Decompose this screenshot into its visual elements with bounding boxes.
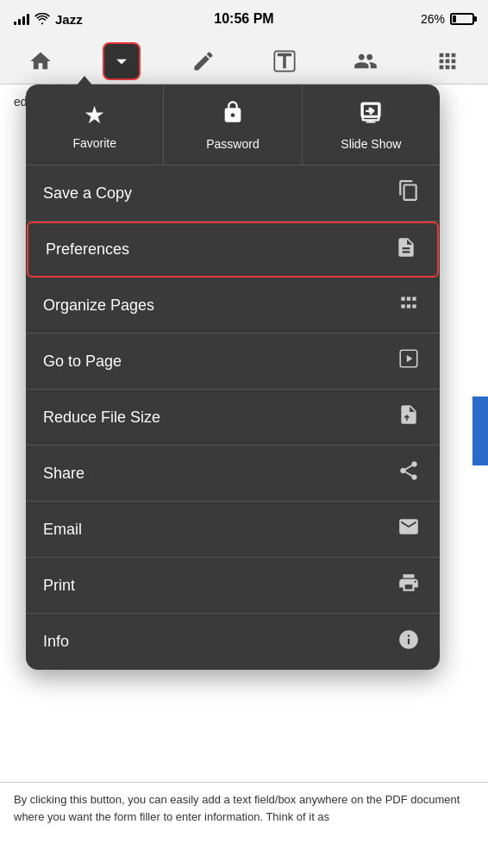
lock-icon [221,100,245,130]
preferences-label: Preferences [46,240,129,259]
slideshow-button[interactable]: Slide Show [303,84,440,165]
wifi-icon [34,13,50,25]
favorite-button[interactable]: ★ Favorite [26,84,164,165]
bottom-text: By clicking this button, you can easily … [0,783,488,834]
battery-percent: 26% [421,12,445,26]
battery-info: 26% [421,12,474,26]
organize-pages-label: Organize Pages [43,297,154,315]
preferences-item[interactable]: Preferences [27,222,439,278]
go-to-page-item[interactable]: Go to Page [26,334,440,390]
info-icon [395,628,422,656]
status-bar: Jazz 10:56 PM 26% [0,0,488,38]
preferences-icon [392,236,420,264]
pen-button[interactable] [185,42,222,80]
user-button[interactable] [347,42,385,80]
toolbar [0,38,488,84]
carrier-signal: Jazz [14,12,83,27]
battery-fill [453,16,456,22]
signal-icon [14,13,29,25]
dropdown-caret [76,76,93,86]
email-label: Email [43,521,82,539]
info-label: Info [43,633,69,651]
battery-icon [450,13,474,25]
home-button[interactable] [22,42,59,80]
print-icon [395,571,422,599]
pen-icon [191,49,216,73]
text-icon [272,49,297,73]
compress-icon [395,403,422,431]
slideshow-label: Slide Show [341,137,401,151]
grid-icon [435,49,460,73]
text-button[interactable] [266,42,303,80]
dropdown-menu: ★ Favorite Password [26,84,440,670]
status-time: 10:56 PM [214,11,273,27]
password-button[interactable]: Password [164,84,302,165]
reduce-file-size-label: Reduce File Size [43,409,160,427]
organize-icon [395,291,422,319]
user-icon [353,49,378,73]
carrier-name: Jazz [55,12,83,27]
chevron-down-icon [109,49,134,73]
favorite-label: Favorite [72,136,116,150]
organize-pages-item[interactable]: Organize Pages [26,278,440,334]
bottom-content: By clicking this button, you can easily … [0,782,488,868]
print-label: Print [43,577,75,595]
go-to-page-label: Go to Page [43,353,122,371]
grid-button[interactable] [429,42,466,80]
print-item[interactable]: Print [26,558,440,614]
home-icon [28,49,53,73]
share-icon [395,459,422,487]
email-icon [395,515,422,543]
star-icon: ★ [84,101,105,129]
save-copy-item[interactable]: Save a Copy [26,165,440,222]
scroll-accent [472,397,488,465]
email-item[interactable]: Email [26,502,440,558]
copy-icon [395,179,422,207]
share-item[interactable]: Share [26,446,440,502]
reduce-file-size-item[interactable]: Reduce File Size [26,390,440,446]
save-copy-label: Save a Copy [43,184,132,203]
top-icons-row: ★ Favorite Password [26,84,440,165]
share-label: Share [43,465,84,483]
password-label: Password [206,137,259,151]
info-item[interactable]: Info [26,614,440,670]
arrow-right-icon [395,347,422,375]
slideshow-icon [359,100,383,130]
dropdown-button[interactable] [103,42,141,80]
